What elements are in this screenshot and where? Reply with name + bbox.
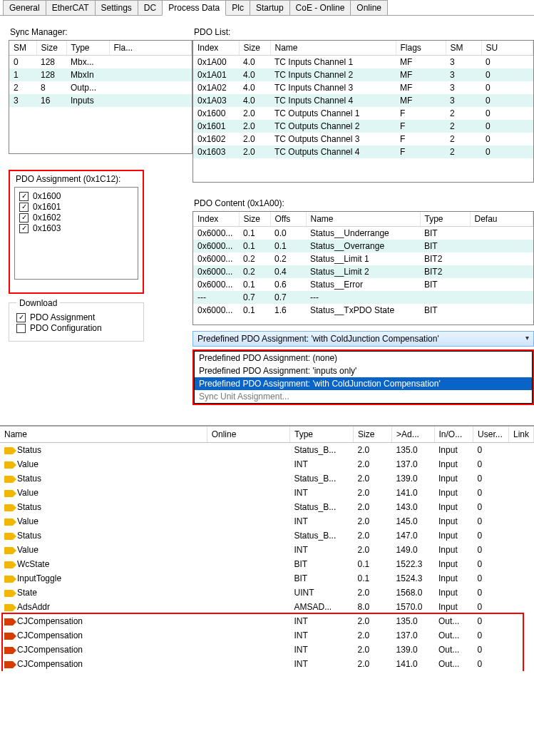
- cell: [508, 614, 533, 628]
- variable-row[interactable]: ValueINT2.0141.0Input0: [0, 486, 534, 500]
- predefined-pdo-dropdown[interactable]: Predefined PDO Assignment: 'with ColdJun…: [192, 331, 534, 347]
- grid-col-type[interactable]: Type: [290, 426, 354, 443]
- variable-row[interactable]: StatusStatus_B...2.0139.0Input0: [0, 471, 534, 486]
- variable-row[interactable]: ValueINT2.0137.0Input0: [0, 457, 534, 471]
- pdo-col-size[interactable]: Size: [239, 41, 270, 56]
- cell: 0: [481, 145, 533, 158]
- pdo-list-row[interactable]: 0x1A024.0TC Inputs Channel 3MF30: [193, 81, 533, 94]
- pdo-list-row[interactable]: 0x16032.0TC Outputs Channel 4F20: [193, 145, 533, 158]
- pdo-assignment-item[interactable]: ✓0x1601: [19, 202, 133, 212]
- pdo-list-row[interactable]: 0x16012.0TC Outputs Channel 2F20: [193, 120, 533, 133]
- tab-plc[interactable]: Plc: [225, 0, 250, 15]
- cell: [207, 514, 289, 528]
- pdo-content-row[interactable]: ---0.70.7---: [193, 291, 533, 304]
- checkbox-icon: ✓: [16, 313, 26, 322]
- pdo-list-row[interactable]: 0x1A014.0TC Inputs Channel 2MF30: [193, 68, 533, 81]
- tab-settings[interactable]: Settings: [95, 0, 138, 15]
- variable-row[interactable]: ValueINT2.0145.0Input0: [0, 514, 534, 528]
- grid-col-io[interactable]: In/O...: [434, 426, 473, 443]
- pdo-col-name[interactable]: Name: [270, 41, 396, 56]
- pdo-list-row[interactable]: 0x1A034.0TC Inputs Channel 4MF30: [193, 94, 533, 107]
- variable-row[interactable]: InputToggleBIT0.11524.3Input0: [0, 571, 534, 586]
- pdo-col-flags[interactable]: Flags: [396, 41, 446, 56]
- sync-col-size[interactable]: Size: [36, 41, 66, 56]
- cell: BIT: [290, 571, 354, 586]
- tab-dc[interactable]: DC: [138, 0, 163, 15]
- variable-row[interactable]: StatusStatus_B...2.0143.0Input0: [0, 500, 534, 514]
- sync-col-type[interactable]: Type: [66, 41, 109, 56]
- sync-row[interactable]: 1128MbxIn: [9, 68, 192, 81]
- grid-col-online[interactable]: Online: [207, 426, 289, 443]
- pdo-content-row[interactable]: 0x6000...0.20.2Status__Limit 1BIT2: [193, 252, 533, 265]
- variable-row[interactable]: AdsAddrAMSAD...8.01570.0Input0: [0, 600, 534, 614]
- sync-row[interactable]: 0128Mbx...: [9, 56, 192, 69]
- pdo-assignment-item[interactable]: ✓0x1603: [19, 223, 133, 233]
- cell: Input: [434, 528, 473, 543]
- pdo-content-list[interactable]: Index Size Offs Name Type Defau 0x6000..…: [192, 211, 534, 325]
- variable-row[interactable]: CJCompensationINT2.0135.0Out...0: [0, 614, 534, 628]
- content-col-default[interactable]: Defau: [470, 212, 533, 227]
- cell-name: Value: [0, 543, 207, 557]
- pdo-content-row[interactable]: 0x6000...0.10.0Status__UnderrangeBIT: [193, 227, 533, 240]
- grid-col-name[interactable]: Name: [0, 426, 207, 443]
- sync-unit-assignment[interactable]: Sync Unit Assignment...: [195, 390, 532, 403]
- pdo-list-row[interactable]: 0x16022.0TC Outputs Channel 3F20: [193, 133, 533, 145]
- download-pdo-configuration[interactable]: PDO Configuration: [16, 323, 136, 333]
- variable-row[interactable]: ValueINT2.0149.0Input0: [0, 543, 534, 557]
- variable-row[interactable]: StatusStatus_B...2.0135.0Input0: [0, 443, 534, 458]
- pdo-content-row[interactable]: 0x6000...0.11.6Status__TxPDO StateBIT: [193, 304, 533, 317]
- cell: Status_B...: [290, 500, 354, 514]
- pdo-list-row[interactable]: 0x1A004.0TC Inputs Channel 1MF30: [193, 56, 533, 69]
- cell: [508, 571, 533, 586]
- grid-col-link[interactable]: Link: [508, 426, 533, 443]
- content-col-name[interactable]: Name: [306, 212, 420, 227]
- variable-row[interactable]: StatusStatus_B...2.0147.0Input0: [0, 528, 534, 543]
- variable-row[interactable]: CJCompensationINT2.0141.0Out...0: [0, 657, 534, 671]
- var-name: CJCompensation: [17, 630, 83, 640]
- predefined-option-inputs-only[interactable]: Predefined PDO Assignment: 'inputs only': [195, 364, 532, 377]
- sync-col-sm[interactable]: SM: [9, 41, 36, 56]
- cell: 0x6000...: [193, 278, 239, 291]
- variable-grid[interactable]: Name Online Type Size >Ad... In/O... Use…: [0, 426, 534, 671]
- variable-row[interactable]: CJCompensationINT2.0137.0Out...0: [0, 628, 534, 643]
- cell: INT: [290, 643, 354, 657]
- pdo-col-index[interactable]: Index: [193, 41, 239, 56]
- tab-process-data[interactable]: Process Data: [162, 0, 226, 16]
- sync-row[interactable]: 316Inputs: [9, 94, 192, 107]
- tab-coe-online[interactable]: CoE - Online: [289, 0, 351, 15]
- pdo-col-su[interactable]: SU: [481, 41, 533, 56]
- content-col-offs[interactable]: Offs: [270, 212, 306, 227]
- predefined-option-coldjunction[interactable]: Predefined PDO Assignment: 'with ColdJun…: [195, 377, 532, 390]
- grid-col-addr[interactable]: >Ad...: [392, 426, 434, 443]
- var-name: Status: [17, 474, 41, 484]
- tab-online[interactable]: Online: [350, 0, 388, 15]
- tab-general[interactable]: General: [3, 0, 46, 15]
- grid-col-user[interactable]: User...: [473, 426, 509, 443]
- pdo-assignment-item[interactable]: ✓0x1602: [19, 213, 133, 223]
- pdo-assignment-item[interactable]: ✓0x1600: [19, 191, 133, 201]
- pdo-content-row[interactable]: 0x6000...0.10.1Status__OverrangeBIT: [193, 240, 533, 252]
- download-pdo-assignment[interactable]: ✓ PDO Assignment: [16, 312, 136, 322]
- content-col-index[interactable]: Index: [193, 212, 239, 227]
- content-col-type[interactable]: Type: [420, 212, 470, 227]
- predefined-pdo-list-open: Predefined PDO Assignment: (none) Predef…: [192, 349, 534, 405]
- variable-row[interactable]: StateUINT2.01568.0Input0: [0, 586, 534, 600]
- cell: Out...: [434, 657, 473, 671]
- sync-row[interactable]: 28Outp...: [9, 81, 192, 94]
- pdo-content-row[interactable]: 0x6000...0.10.6Status__ErrorBIT: [193, 278, 533, 291]
- pdo-assignment-list[interactable]: ✓0x1600✓0x1601✓0x1602✓0x1603: [14, 187, 138, 280]
- predefined-option-none[interactable]: Predefined PDO Assignment: (none): [195, 352, 532, 364]
- variable-row[interactable]: WcStateBIT0.11522.3Input0: [0, 557, 534, 571]
- variable-row[interactable]: CJCompensationINT2.0139.0Out...0: [0, 643, 534, 657]
- cell: INT: [290, 628, 354, 643]
- pdo-content-row[interactable]: 0x6000...0.20.4Status__Limit 2BIT2: [193, 265, 533, 278]
- tab-ethercat[interactable]: EtherCAT: [46, 0, 96, 15]
- sync-col-flags[interactable]: Fla...: [109, 41, 192, 56]
- pdo-list-row[interactable]: 0x16002.0TC Outputs Channel 1F20: [193, 107, 533, 120]
- sync-manager-list[interactable]: SM Size Type Fla... 0128Mbx...1128MbxIn2…: [9, 40, 192, 154]
- tab-startup[interactable]: Startup: [250, 0, 290, 15]
- pdo-col-sm[interactable]: SM: [446, 41, 481, 56]
- pdo-list[interactable]: Index Size Name Flags SM SU 0x1A004.0TC …: [192, 40, 534, 183]
- grid-col-size[interactable]: Size: [354, 426, 392, 443]
- content-col-size[interactable]: Size: [239, 212, 270, 227]
